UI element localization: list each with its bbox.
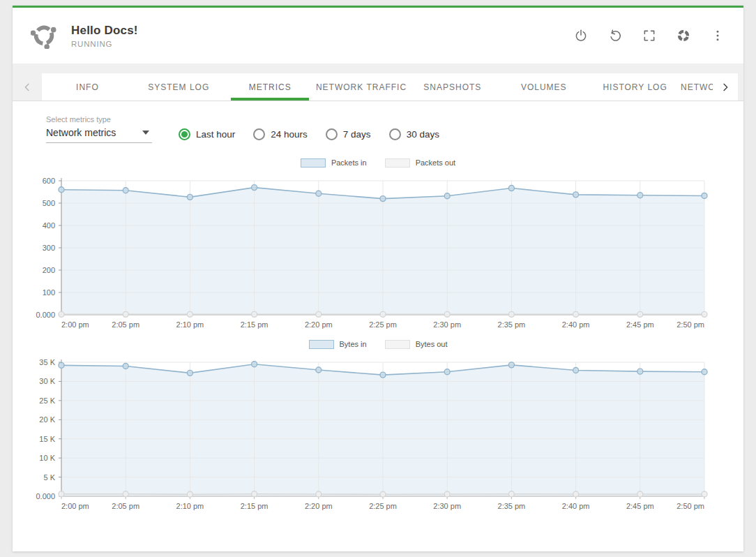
metrics-type-value: Network metrics <box>46 127 116 138</box>
bytes-chart: Bytes in Bytes out 35 K30 K25 K20 K15 K1… <box>13 339 743 514</box>
svg-text:15 K: 15 K <box>39 435 55 443</box>
svg-text:2:50 pm: 2:50 pm <box>676 502 704 510</box>
svg-text:10 K: 10 K <box>39 454 55 462</box>
ubuntu-logo-icon <box>31 22 57 49</box>
svg-text:200: 200 <box>43 266 55 274</box>
status-badge: RUNNING <box>71 40 573 48</box>
svg-text:400: 400 <box>43 221 55 230</box>
shutter-button[interactable] <box>676 28 691 43</box>
header-actions <box>573 28 725 43</box>
metrics-controls: Select metrics type Network metrics Last… <box>46 115 743 143</box>
tabs-scroll-left-button[interactable] <box>13 73 42 101</box>
svg-text:600: 600 <box>43 177 55 185</box>
svg-text:0.000: 0.000 <box>36 492 55 500</box>
packets-chart-plot: 6005004003002001000.0002:00 pm2:05 pm2:1… <box>13 171 743 333</box>
legend-item-bytes-in: Bytes in <box>309 340 367 349</box>
svg-text:2:15 pm: 2:15 pm <box>241 320 269 329</box>
tab-networks[interactable]: NETWORKS <box>681 73 713 101</box>
svg-text:0.000: 0.000 <box>36 311 55 319</box>
tab-snapshots[interactable]: SNAPSHOTS <box>407 73 498 101</box>
svg-text:2:10 pm: 2:10 pm <box>176 320 204 329</box>
fullscreen-icon <box>642 29 656 43</box>
bytes-chart-plot: 35 K30 K25 K20 K15 K10 K5 K0.0002:00 pm2… <box>13 352 743 514</box>
svg-text:2:00 pm: 2:00 pm <box>61 502 89 510</box>
power-button[interactable] <box>573 28 589 43</box>
svg-text:2:25 pm: 2:25 pm <box>369 502 397 510</box>
svg-text:2:40 pm: 2:40 pm <box>562 502 590 510</box>
shutter-icon <box>676 29 690 43</box>
svg-text:2:05 pm: 2:05 pm <box>112 320 139 329</box>
svg-text:100: 100 <box>43 288 55 297</box>
legend-swatch-out <box>385 158 410 168</box>
chevron-right-icon <box>720 82 731 93</box>
header: Hello Docs! RUNNING <box>13 8 743 64</box>
tab-strip: INFO SYSTEM LOG METRICS NETWORK TRAFFIC … <box>42 73 713 101</box>
tab-system-log[interactable]: SYSTEM LOG <box>133 73 225 101</box>
tabs-scroll-right-button[interactable] <box>713 73 738 101</box>
radio-circle-icon <box>179 128 190 140</box>
svg-text:2:05 pm: 2:05 pm <box>112 502 139 510</box>
legend-item-packets-in: Packets in <box>301 158 367 168</box>
radio-circle-icon <box>389 128 401 140</box>
svg-text:2:20 pm: 2:20 pm <box>305 502 333 510</box>
svg-text:2:40 pm: 2:40 pm <box>562 320 590 329</box>
svg-text:5 K: 5 K <box>43 473 55 482</box>
svg-text:500: 500 <box>43 199 55 207</box>
svg-text:35 K: 35 K <box>39 358 55 366</box>
packets-chart: Packets in Packets out 60050040030020010… <box>13 157 743 333</box>
legend-swatch-out <box>385 340 410 349</box>
tab-network-traffic[interactable]: NETWORK TRAFFIC <box>316 73 407 101</box>
bytes-chart-legend: Bytes in Bytes out <box>13 339 743 350</box>
tab-volumes[interactable]: VOLUMES <box>498 73 589 101</box>
tab-history-log[interactable]: HISTORY LOG <box>589 73 681 101</box>
svg-text:2:30 pm: 2:30 pm <box>433 502 461 510</box>
restart-button[interactable] <box>607 28 623 43</box>
svg-text:2:35 pm: 2:35 pm <box>498 320 526 329</box>
dropdown-caret-icon <box>142 131 149 135</box>
radio-30-days[interactable]: 30 days <box>389 128 439 140</box>
svg-text:30 K: 30 K <box>39 377 55 385</box>
svg-text:2:25 pm: 2:25 pm <box>369 320 397 329</box>
tab-info[interactable]: INFO <box>42 73 133 101</box>
chevron-left-icon <box>22 82 33 93</box>
radio-last-hour[interactable]: Last hour <box>179 128 235 140</box>
radio-7-days[interactable]: 7 days <box>326 128 371 140</box>
metrics-type-label: Select metrics type <box>46 115 152 124</box>
svg-text:2:15 pm: 2:15 pm <box>241 502 269 510</box>
svg-text:2:30 pm: 2:30 pm <box>433 320 461 329</box>
tab-metrics[interactable]: METRICS <box>225 73 316 101</box>
fullscreen-button[interactable] <box>642 28 657 43</box>
legend-swatch-in <box>301 158 326 168</box>
header-titles: Hello Docs! RUNNING <box>71 24 573 48</box>
legend-swatch-in <box>309 340 334 349</box>
radio-circle-icon <box>253 128 265 140</box>
svg-text:2:10 pm: 2:10 pm <box>176 502 204 510</box>
power-icon <box>574 29 588 43</box>
tab-bar: INFO SYSTEM LOG METRICS NETWORK TRAFFIC … <box>13 73 743 101</box>
svg-text:300: 300 <box>43 244 55 252</box>
svg-text:2:35 pm: 2:35 pm <box>498 502 526 510</box>
svg-text:25 K: 25 K <box>39 396 55 405</box>
metrics-type-select[interactable]: Network metrics <box>46 127 152 143</box>
svg-text:2:45 pm: 2:45 pm <box>626 320 654 329</box>
radio-24-hours[interactable]: 24 hours <box>253 128 308 140</box>
tab-bar-end-gap <box>738 73 743 101</box>
packets-chart-legend: Packets in Packets out <box>13 157 743 168</box>
svg-text:2:00 pm: 2:00 pm <box>61 320 89 329</box>
radio-circle-icon <box>326 128 338 140</box>
metrics-type-select-wrap: Select metrics type Network metrics <box>46 115 152 143</box>
legend-item-bytes-out: Bytes out <box>385 340 448 349</box>
svg-text:20 K: 20 K <box>39 415 55 424</box>
svg-text:2:45 pm: 2:45 pm <box>626 502 654 510</box>
more-menu-button[interactable] <box>710 28 725 43</box>
instance-card: Hello Docs! RUNNING <box>13 6 743 551</box>
kebab-menu-icon <box>711 29 725 43</box>
legend-item-packets-out: Packets out <box>385 158 455 168</box>
instance-title: Hello Docs! <box>71 24 573 38</box>
svg-text:2:20 pm: 2:20 pm <box>305 320 333 329</box>
svg-text:2:50 pm: 2:50 pm <box>676 320 704 329</box>
header-divider-band <box>13 64 743 73</box>
restart-icon <box>608 29 622 43</box>
time-range-radios: Last hour 24 hours 7 days 30 days <box>179 128 439 140</box>
